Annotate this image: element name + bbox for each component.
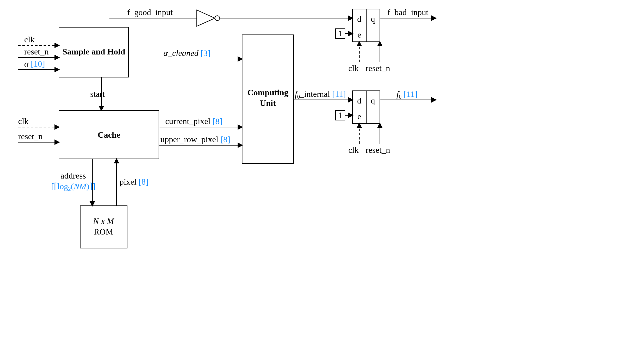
- ff-d-bot: d: [357, 96, 361, 105]
- label-f-good-input: f_good_input: [127, 8, 173, 17]
- label-f0: f0 [11]: [397, 89, 417, 100]
- label-alpha-cleaned: α_cleaned [3]: [163, 48, 210, 58]
- const-one-bot-label: 1: [338, 110, 342, 120]
- label-resetn-sh: reset_n: [24, 47, 49, 56]
- label-start: start: [90, 89, 105, 99]
- computing-unit-label-l2: Unit: [260, 98, 276, 108]
- label-f0-internal: f0_internal [11]: [295, 89, 346, 100]
- ff-e: e: [357, 30, 361, 39]
- label-address: address: [61, 171, 86, 180]
- label-address-bits: [⌈log2(NM)⌉]: [51, 182, 95, 192]
- block-diagram: Sample and Hold Cache N x M ROM Computin…: [0, 0, 445, 260]
- ff-top-reset-label: reset_n: [366, 64, 390, 73]
- svg-point-4: [215, 16, 220, 21]
- ff-q-bot: q: [371, 96, 375, 105]
- label-upper-row-pixel: upper_row_pixel [8]: [160, 135, 230, 144]
- wire-f-good-input: [109, 18, 197, 27]
- label-current-pixel: current_pixel [8]: [165, 116, 222, 126]
- computing-unit-label-l1: Computing: [247, 88, 288, 97]
- label-clk-cache: clk: [18, 116, 28, 126]
- ff-e-bot: e: [357, 112, 361, 121]
- label-resetn-cache: reset_n: [18, 132, 43, 141]
- rom-label-line2: ROM: [94, 227, 113, 236]
- not-gate-icon: [197, 10, 220, 26]
- sample-and-hold-label: Sample and Hold: [63, 47, 125, 56]
- rom-label-line1: N x M: [93, 216, 114, 226]
- ff-q: q: [371, 14, 375, 24]
- flipflop-top: d q e: [353, 9, 380, 42]
- ff-top-clk-label: clk: [348, 64, 359, 73]
- ff-bot-clk-label: clk: [348, 145, 359, 155]
- ff-d: d: [357, 14, 361, 24]
- cache-label: Cache: [98, 130, 120, 139]
- label-pixel: pixel [8]: [120, 177, 149, 186]
- flipflop-bottom: d q e: [353, 91, 380, 123]
- ff-bot-reset-label: reset_n: [366, 145, 390, 155]
- const-one-top-label: 1: [338, 29, 342, 38]
- label-alpha: α [10]: [24, 59, 45, 68]
- label-clk-sh: clk: [24, 35, 35, 44]
- label-f-bad-input: f_bad_input: [387, 8, 429, 17]
